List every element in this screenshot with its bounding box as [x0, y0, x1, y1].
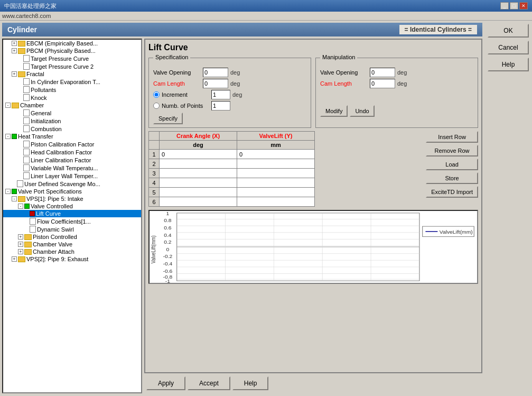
crank-angle-input[interactable] — [162, 180, 235, 186]
tree-item-in-cylinder[interactable]: In Cylinder Evaporation T... — [3, 78, 141, 86]
tree-item-dynamic-swirl[interactable]: Dynamic Swirl — [3, 225, 141, 233]
tree-item-vps1[interactable]: - VPS[1]: Pipe 5: Intake — [3, 195, 141, 202]
cancel-button[interactable]: Cancel — [488, 41, 529, 54]
crank-angle-cell[interactable] — [160, 159, 237, 169]
crank-angle-input[interactable] — [162, 199, 235, 205]
tree-item-vps2[interactable]: + VPS[2]: Pipe 9: Exhaust — [3, 255, 141, 263]
tree-item-lift-curve[interactable]: Lift Curve — [3, 210, 141, 217]
valve-lift-cell[interactable] — [237, 159, 315, 169]
expand-icon[interactable]: + — [12, 41, 17, 46]
tree-item-chamber-attach[interactable]: + Chamber Attach — [3, 248, 141, 255]
crank-angle-cell[interactable] — [160, 188, 237, 197]
valve-opening-input[interactable] — [203, 68, 228, 77]
tree-item-pbcm[interactable]: + PBCM (Physically Based... — [3, 47, 141, 54]
specify-button[interactable]: Specify — [153, 113, 183, 124]
url-bar: www.cartech8.com — [0, 12, 532, 21]
crank-angle-cell[interactable] — [160, 178, 237, 188]
tree-item-piston-cal[interactable]: Piston Calibration Factor — [3, 140, 141, 148]
expand-icon[interactable]: - — [5, 189, 11, 194]
expand-icon[interactable]: + — [18, 242, 23, 247]
title-bar-buttons[interactable]: _ □ ✕ — [500, 2, 528, 10]
tree-item-liner-layer[interactable]: Liner Layer Wall Temper... — [3, 172, 141, 180]
crank-angle-cell[interactable] — [160, 150, 237, 159]
num-points-label: Numb. of Points — [162, 103, 209, 109]
tree-label: Piston Calibration Factor — [31, 141, 94, 148]
tree-item-variable-wall[interactable]: Variable Wall Temperatu... — [3, 164, 141, 172]
insert-row-button[interactable]: Insert Row — [426, 131, 478, 143]
tree-item-ebcm[interactable]: + EBCM (Empirically Based... — [3, 40, 141, 47]
tree-item-fractal[interactable]: + Fractal — [3, 70, 141, 78]
expand-icon[interactable]: - — [5, 103, 11, 108]
num-points-radio[interactable] — [153, 103, 160, 109]
tree-item-head-cal[interactable]: Head Calibration Factor — [3, 148, 141, 156]
valve-lift-input[interactable] — [239, 189, 312, 196]
accept-button[interactable]: Accept — [188, 376, 230, 390]
valve-lift-cell[interactable] — [237, 150, 315, 159]
expand-icon[interactable]: - — [18, 204, 23, 209]
tree-item-combustion[interactable]: Combustion — [3, 125, 141, 133]
load-button[interactable]: Load — [426, 159, 478, 170]
ok-button[interactable]: OK — [488, 24, 529, 38]
expand-icon[interactable]: + — [18, 234, 23, 240]
store-button[interactable]: Store — [426, 172, 478, 184]
manip-valve-opening-input[interactable] — [370, 68, 395, 77]
valve-lift-cell[interactable] — [237, 169, 315, 178]
excite-td-button[interactable]: ExciteTD Import — [426, 186, 478, 198]
valve-lift-input[interactable] — [239, 161, 312, 167]
tree-item-liner-cal[interactable]: Liner Calibration Factor — [3, 156, 141, 164]
tree-item-heat-transfer[interactable]: - Heat Transfer — [3, 133, 141, 140]
crank-angle-input[interactable] — [162, 170, 235, 177]
modify-button[interactable]: Modify — [320, 105, 348, 117]
crank-angle-cell[interactable] — [160, 197, 237, 207]
table-area: Crank Angle (X) ValveLift (Y) deg mm — [148, 131, 478, 207]
expand-icon[interactable]: + — [12, 48, 17, 53]
remove-row-button[interactable]: Remove Row — [426, 145, 478, 156]
num-points-input[interactable] — [211, 101, 230, 110]
maximize-button[interactable]: □ — [510, 2, 518, 10]
close-button[interactable]: ✕ — [519, 2, 528, 10]
undo-button[interactable]: Undo — [350, 105, 374, 117]
tree-item-initialization[interactable]: Initialization — [3, 117, 141, 125]
tree-item-piston-controlled[interactable]: + Piston Controlled — [3, 233, 141, 241]
expand-icon[interactable]: - — [5, 134, 11, 139]
crank-angle-input[interactable] — [162, 189, 235, 196]
valve-lift-input[interactable] — [239, 170, 312, 177]
tree-item-target-pressure[interactable]: Target Pressure Curve — [3, 54, 141, 62]
tree-item-flow-coefficients[interactable]: Flow Coefficients[1... — [3, 217, 141, 225]
tree-label: General — [31, 110, 51, 116]
chart-area: 1 0.8 0.6 0.4 0.2 0 -0.2 -0.4 -0.6 -0.8 … — [148, 210, 478, 284]
tree-item-pollutants[interactable]: Pollutants — [3, 86, 141, 94]
sidebar-help-button[interactable]: Help — [488, 58, 529, 71]
valve-lift-cell[interactable] — [237, 197, 315, 207]
crank-angle-input[interactable] — [162, 161, 235, 167]
crank-angle-input[interactable] — [162, 151, 235, 158]
valve-lift-input[interactable] — [239, 151, 312, 158]
valve-opening-label: Valve Opening — [153, 69, 201, 76]
help-button[interactable]: Help — [232, 376, 269, 390]
crank-angle-cell[interactable] — [160, 169, 237, 178]
tree-item-chamber-valve[interactable]: + Chamber Valve — [3, 241, 141, 248]
tree-panel[interactable]: + EBCM (Empirically Based... + PBCM (Phy… — [2, 39, 142, 393]
tree-item-general[interactable]: General — [3, 109, 141, 117]
increment-input[interactable] — [211, 90, 230, 99]
valve-lift-cell[interactable] — [237, 178, 315, 188]
valve-lift-input[interactable] — [239, 180, 312, 186]
expand-icon[interactable]: + — [18, 249, 23, 254]
expand-icon[interactable]: + — [12, 256, 17, 262]
manip-cam-length-input[interactable] — [370, 79, 395, 88]
tree-item-knock[interactable]: Knock — [3, 94, 141, 102]
minimize-button[interactable]: _ — [500, 2, 509, 10]
expand-icon[interactable]: - — [12, 196, 17, 201]
valve-lift-cell[interactable] — [237, 188, 315, 197]
apply-button[interactable]: Apply — [146, 376, 185, 390]
valve-lift-input[interactable] — [239, 199, 312, 205]
data-table: Crank Angle (X) ValveLift (Y) deg mm — [148, 131, 315, 207]
increment-radio[interactable] — [153, 91, 160, 98]
tree-item-valve-controlled[interactable]: - Valve Controlled — [3, 202, 141, 210]
cam-length-spec-input[interactable] — [203, 79, 228, 88]
tree-item-valve-port[interactable]: - Valve Port Specifications — [3, 188, 141, 195]
tree-item-user-defined[interactable]: User Defined Scavenge Mo... — [3, 180, 141, 188]
tree-item-target-pressure2[interactable]: Target Pressure Curve 2 — [3, 62, 141, 70]
expand-icon[interactable]: + — [12, 71, 17, 77]
tree-item-chamber[interactable]: - Chamber — [3, 102, 141, 109]
